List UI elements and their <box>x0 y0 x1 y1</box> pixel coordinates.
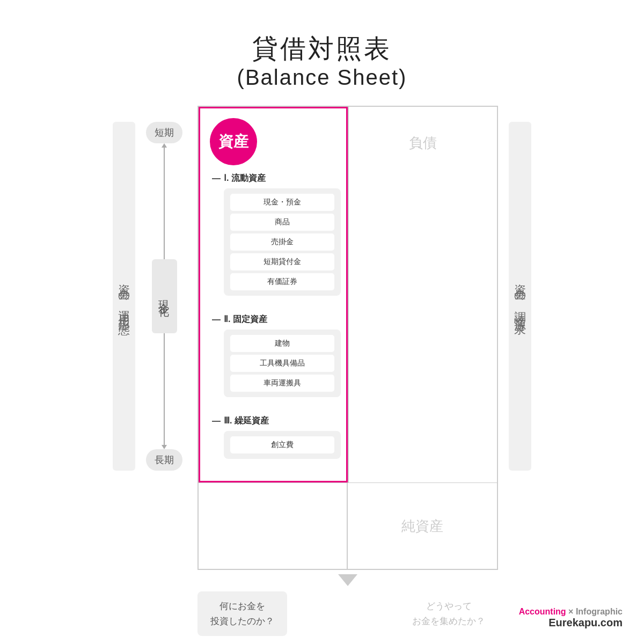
section-line-2 <box>212 319 221 320</box>
current-assets-title: Ⅰ. 流動資産 <box>224 173 266 184</box>
current-assets-header: Ⅰ. 流動資産 <box>212 173 341 184</box>
left-main-label: 資金の運用形態 <box>116 275 132 318</box>
bottom-row: 純資産 <box>197 482 498 570</box>
bottom-left-cell <box>199 483 348 569</box>
page-container: 貸借対照表 (Balance Sheet) 資金の運用形態 短期 現金化 <box>0 0 644 644</box>
fixed-assets-items: 建物 工具機具備品 車両運搬具 <box>224 330 341 397</box>
genkin-label: 現金化 <box>152 259 177 333</box>
bottom-left-label: 何にお金を 投資したのか？ <box>197 591 287 635</box>
arrow-down <box>162 333 167 449</box>
deferred-section: Ⅲ. 繰延資産 創立費 <box>207 415 346 470</box>
item-yuka: 有価証券 <box>230 273 334 290</box>
current-assets-section: Ⅰ. 流動資産 現金・預金 商品 売掛金 短期貸付金 有価証券 <box>207 173 346 301</box>
title-area: 貸借対照表 (Balance Sheet) <box>0 0 644 106</box>
item-tanki: 短期貸付金 <box>230 253 334 270</box>
current-assets-items: 現金・預金 商品 売掛金 短期貸付金 有価証券 <box>224 188 341 296</box>
watermark-line2: Eurekapu.com <box>519 617 623 629</box>
sub-title: (Balance Sheet) <box>0 65 644 90</box>
left-main-label-box: 資金の運用形態 <box>113 122 135 471</box>
watermark-line1: Accounting × Infographic <box>519 607 623 617</box>
item-urikake: 売掛金 <box>230 233 334 251</box>
right-main-label-box: 資金の調達源泉 <box>509 122 531 471</box>
item-shohin: 商品 <box>230 214 334 231</box>
item-kogu: 工具機具備品 <box>230 355 334 372</box>
item-genkin: 現金・預金 <box>230 194 334 211</box>
right-labels: 資金の調達源泉 <box>509 122 531 471</box>
left-labels: 資金の運用形態 短期 現金化 長期 <box>113 122 187 471</box>
liability-column: 負債 <box>348 107 497 482</box>
asset-column: 資産 Ⅰ. 流動資産 現金・預金 商品 売掛金 短期貸付金 <box>199 107 348 482</box>
item-souritsu: 創立費 <box>230 436 334 453</box>
fixed-assets-section: Ⅱ. 固定資産 建物 工具機具備品 車両運搬具 <box>207 314 346 402</box>
asset-badge: 資産 <box>210 118 257 165</box>
arrow-labels: 短期 現金化 長期 <box>142 122 187 471</box>
net-assets-label: 純資産 <box>401 517 443 536</box>
long-term-pill: 長期 <box>146 449 182 471</box>
arrow-up <box>162 143 167 259</box>
bottom-right-label: どうやって お金を集めたか？ <box>399 591 498 635</box>
right-main-label: 資金の調達源泉 <box>512 275 528 318</box>
arrow-container <box>197 572 498 586</box>
item-sharyou: 車両運搬具 <box>230 375 334 392</box>
section-line-3 <box>212 421 221 422</box>
main-title: 貸借対照表 <box>0 32 644 65</box>
short-term-pill: 短期 <box>146 122 182 143</box>
section-line <box>212 178 221 179</box>
top-row: 資産 Ⅰ. 流動資産 現金・預金 商品 売掛金 短期貸付金 <box>197 106 498 482</box>
fixed-assets-title: Ⅱ. 固定資産 <box>224 314 267 325</box>
liability-label: 負債 <box>409 134 437 152</box>
watermark: Accounting × Infographic Eurekapu.com <box>519 607 623 629</box>
fixed-assets-header: Ⅱ. 固定資産 <box>212 314 341 325</box>
content-row: 資金の運用形態 短期 現金化 長期 <box>0 106 644 635</box>
deferred-items: 創立費 <box>224 431 341 459</box>
down-arrow <box>338 574 357 586</box>
deferred-title: Ⅲ. 繰延資産 <box>224 415 269 427</box>
balance-sheet-wrapper: 資産 Ⅰ. 流動資産 現金・預金 商品 売掛金 短期貸付金 <box>197 106 498 635</box>
bottom-labels: 何にお金を 投資したのか？ どうやって お金を集めたか？ <box>197 591 498 635</box>
item-tatemono: 建物 <box>230 335 334 352</box>
deferred-header: Ⅲ. 繰延資産 <box>212 415 341 427</box>
net-assets-cell: 純資産 <box>348 483 497 569</box>
